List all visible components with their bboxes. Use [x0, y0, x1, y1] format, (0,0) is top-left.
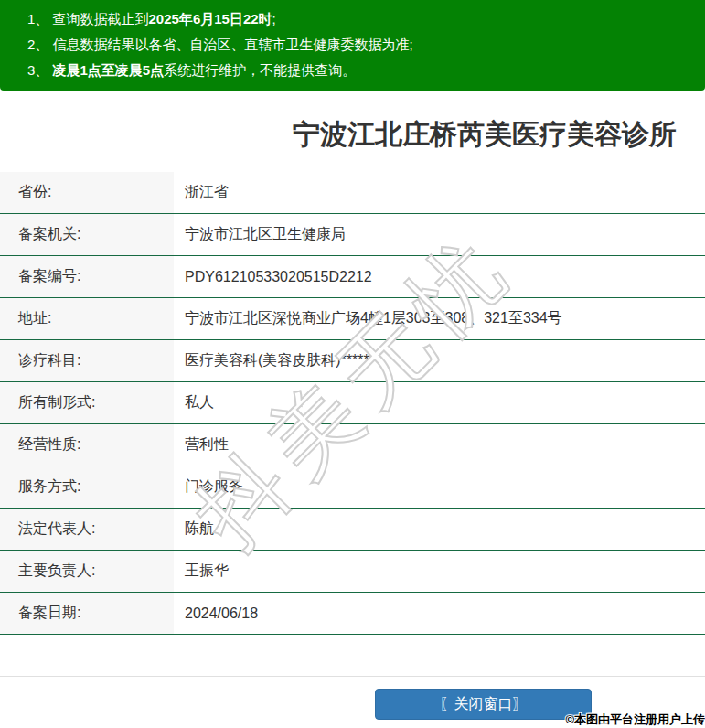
row-value: 2024/06/18: [174, 593, 705, 634]
row-label: 备案机关:: [0, 214, 174, 255]
table-row-empty: [0, 635, 705, 677]
notice-line-1-suffix: ;: [272, 11, 276, 27]
table-row-main-person-in-charge: 主要负责人: 王振华: [0, 551, 705, 593]
row-value: 宁波市江北区深悦商业广场4幢1层303至308、321至334号: [174, 298, 705, 339]
row-value: 陈航: [174, 509, 705, 550]
row-value: 营利性: [174, 424, 705, 466]
row-value: 门诊服务: [174, 466, 705, 508]
row-label: 省份:: [0, 172, 174, 213]
notice-panel: 1、 查询数据截止到2025年6月15日22时; 2、 信息数据结果以各省、自治…: [0, 0, 705, 91]
upload-attribution-note: ©本图由平台注册用户上传: [565, 712, 705, 728]
record-table: 省份: 浙江省 备案机关: 宁波市江北区卫生健康局 备案编号: PDY61210…: [0, 172, 705, 677]
row-value: 私人: [174, 382, 705, 423]
row-value: 医疗美容科(美容皮肤科)******: [174, 340, 705, 381]
row-label: 主要负责人:: [0, 551, 174, 592]
notice-line-3-bold: 凌晨1点至凌晨5点: [53, 62, 165, 78]
table-row-address: 地址: 宁波市江北区深悦商业广场4幢1层303至308、321至334号: [0, 298, 705, 340]
table-row-business-nature: 经营性质: 营利性: [0, 424, 705, 466]
table-row-treatment-subjects: 诊疗科目: 医疗美容科(美容皮肤科)******: [0, 340, 705, 382]
notice-line-1-bold: 2025年6月15日22时: [149, 11, 272, 27]
table-row-ownership-form: 所有制形式: 私人: [0, 382, 705, 424]
table-row-province: 省份: 浙江省: [0, 172, 705, 214]
table-row-service-mode: 服务方式: 门诊服务: [0, 466, 705, 509]
page-title: 宁波江北庄桥芮美医疗美容诊所: [0, 113, 705, 155]
row-value: 浙江省: [174, 172, 705, 213]
notice-line-3-text: 3、: [27, 62, 53, 78]
notice-line-2: 2、 信息数据结果以各省、自治区、直辖市卫生健康委数据为准;: [27, 32, 696, 58]
notice-line-3: 3、 凌晨1点至凌晨5点系统进行维护，不能提供查询。: [27, 58, 696, 83]
row-value: 王振华: [174, 551, 705, 592]
row-label: 法定代表人:: [0, 509, 174, 550]
row-label: 地址:: [0, 298, 174, 339]
row-label: 备案编号:: [0, 256, 174, 297]
row-label: 备案日期:: [0, 593, 174, 634]
row-label: 服务方式:: [0, 466, 174, 508]
table-row-legal-representative: 法定代表人: 陈航: [0, 509, 705, 551]
close-window-button[interactable]: 〖关闭窗口〗: [375, 689, 592, 720]
row-label: 诊疗科目:: [0, 340, 174, 381]
notice-line-3-suffix: 系统进行维护，不能提供查询。: [164, 62, 356, 78]
row-value: PDY61210533020515D2212: [174, 256, 705, 297]
row-label: 所有制形式:: [0, 382, 174, 423]
row-label: 经营性质:: [0, 424, 174, 466]
table-row-filing-number: 备案编号: PDY61210533020515D2212: [0, 256, 705, 298]
notice-line-2-text: 2、 信息数据结果以各省、自治区、直辖市卫生健康委数据为准;: [27, 37, 413, 52]
row-value: 宁波市江北区卫生健康局: [174, 214, 705, 255]
table-row-filing-authority: 备案机关: 宁波市江北区卫生健康局: [0, 214, 705, 256]
table-row-filing-date: 备案日期: 2024/06/18: [0, 593, 705, 635]
notice-line-1-text: 1、 查询数据截止到: [27, 11, 149, 27]
notice-line-1: 1、 查询数据截止到2025年6月15日22时;: [27, 6, 696, 32]
